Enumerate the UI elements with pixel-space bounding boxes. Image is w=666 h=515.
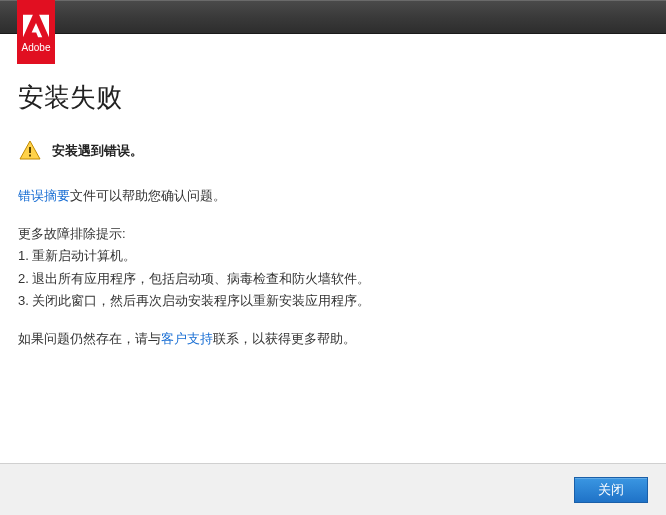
error-message: 安装遇到错误。 bbox=[52, 142, 143, 160]
footer-bar: 关闭 bbox=[0, 463, 666, 515]
svg-rect-0 bbox=[29, 147, 31, 153]
summary-line: 错误摘要文件可以帮助您确认问题。 bbox=[18, 187, 648, 205]
tips-heading: 更多故障排除提示: bbox=[18, 225, 648, 243]
close-button[interactable]: 关闭 bbox=[574, 477, 648, 503]
tips-block: 更多故障排除提示: 1. 重新启动计算机。 2. 退出所有应用程序，包括启动项、… bbox=[18, 225, 648, 310]
svg-rect-1 bbox=[29, 155, 31, 157]
support-before: 如果问题仍然存在，请与 bbox=[18, 331, 161, 346]
support-after: 联系，以获得更多帮助。 bbox=[213, 331, 356, 346]
tip-item: 1. 重新启动计算机。 bbox=[18, 247, 648, 265]
body-text: 错误摘要文件可以帮助您确认问题。 更多故障排除提示: 1. 重新启动计算机。 2… bbox=[18, 187, 648, 348]
page-title: 安装失败 bbox=[18, 80, 648, 115]
tip-item: 3. 关闭此窗口，然后再次启动安装程序以重新安装应用程序。 bbox=[18, 292, 648, 310]
support-line: 如果问题仍然存在，请与客户支持联系，以获得更多帮助。 bbox=[18, 330, 648, 348]
warning-icon bbox=[18, 139, 42, 163]
header-bar bbox=[0, 0, 666, 34]
brand-name: Adobe bbox=[22, 42, 51, 53]
error-row: 安装遇到错误。 bbox=[18, 139, 648, 163]
tip-item: 2. 退出所有应用程序，包括启动项、病毒检查和防火墙软件。 bbox=[18, 270, 648, 288]
content-area: 安装失败 安装遇到错误。 错误摘要文件可以帮助您确认问题。 更多故障排除提示: … bbox=[0, 34, 666, 348]
adobe-logo-block: Adobe bbox=[17, 0, 55, 64]
error-summary-link[interactable]: 错误摘要 bbox=[18, 188, 70, 203]
customer-support-link[interactable]: 客户支持 bbox=[161, 331, 213, 346]
adobe-logo-icon bbox=[23, 12, 49, 40]
summary-rest: 文件可以帮助您确认问题。 bbox=[70, 188, 226, 203]
